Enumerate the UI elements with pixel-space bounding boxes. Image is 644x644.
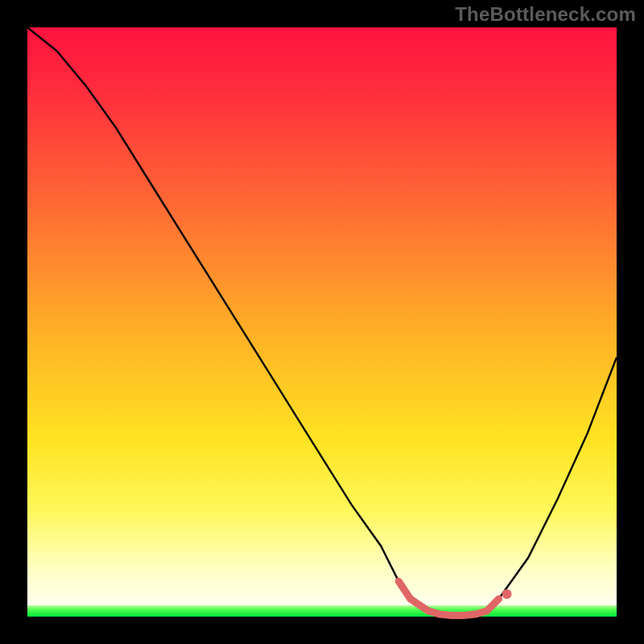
chart-frame: TheBottleneck.com (0, 0, 644, 644)
bottleneck-curve-svg (27, 27, 617, 617)
optimal-range-highlight (398, 581, 498, 615)
watermark-text: TheBottleneck.com (455, 3, 636, 26)
optimal-range-end-dot (502, 589, 512, 599)
bottleneck-curve-path (27, 27, 617, 616)
